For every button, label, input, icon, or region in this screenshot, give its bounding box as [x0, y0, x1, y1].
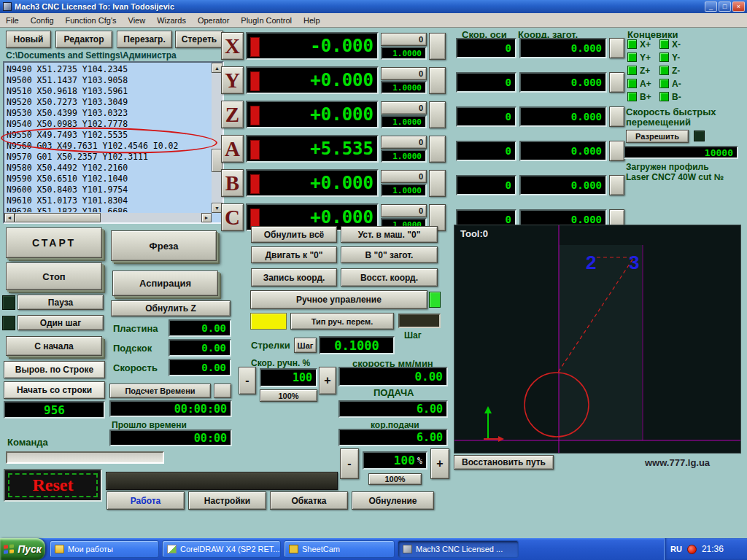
save-coords-button[interactable]: Запись коорд.: [251, 268, 337, 287]
maximize-button[interactable]: □: [719, 1, 731, 12]
manual-control-button[interactable]: Ручное управление: [250, 290, 427, 309]
axis-z-work-button[interactable]: [609, 106, 624, 127]
axis-z-aux-button[interactable]: [429, 101, 446, 128]
axis-x-work[interactable]: 0.000: [519, 38, 607, 58]
from-begin-button[interactable]: С начала: [6, 336, 102, 356]
menu-config[interactable]: Config: [25, 15, 60, 26]
start-menu-button[interactable]: Пуск: [0, 538, 45, 560]
axis-c-button[interactable]: C: [221, 203, 244, 231]
taskbar-item-coreldraw[interactable]: CorelDRAW X4 (SP2 RET...: [162, 540, 281, 558]
edit-file-button[interactable]: Редактор: [55, 31, 112, 48]
new-file-button[interactable]: Новый: [6, 31, 51, 48]
step-value-dro[interactable]: 0.1000: [319, 336, 395, 354]
tab-settings[interactable]: Настройки: [188, 491, 266, 510]
rapid-speed-dro[interactable]: 10000: [624, 146, 738, 159]
retract-dro[interactable]: 0.00: [169, 339, 231, 357]
axis-a-work[interactable]: 0.000: [519, 141, 607, 161]
axis-a-offset-button[interactable]: 0: [381, 136, 427, 149]
scroll-left-icon[interactable]: ◄: [4, 213, 15, 222]
axis-y-dro[interactable]: +0.000: [246, 66, 379, 94]
axis-z-offset-button[interactable]: 0: [381, 101, 427, 114]
jog-mode-button[interactable]: Тип руч. перем.: [290, 313, 394, 330]
language-indicator[interactable]: RU: [670, 545, 682, 553]
override-slider[interactable]: [106, 472, 338, 490]
feed-cor-dro[interactable]: 6.00: [338, 429, 448, 446]
tab-work[interactable]: Работа: [107, 491, 185, 510]
menu-operator[interactable]: Operator: [192, 15, 235, 26]
timer-button[interactable]: Подсчет Времени: [109, 384, 211, 398]
zero-all-button[interactable]: Обнулить всё: [251, 226, 337, 243]
axis-x-offset-button[interactable]: 0: [381, 33, 427, 46]
zero-z-button[interactable]: Обнулить Z: [111, 300, 231, 316]
axis-b-button[interactable]: B: [221, 169, 244, 197]
tab-trial[interactable]: Обкатка: [270, 491, 348, 510]
scroll-right-icon[interactable]: ►: [201, 213, 212, 222]
speed-dro[interactable]: 0.00: [169, 359, 231, 376]
axis-a-scale[interactable]: 1.0000: [381, 149, 427, 163]
single-step-button[interactable]: Один шаг: [18, 315, 104, 330]
axis-z-scale[interactable]: 1.0000: [381, 115, 427, 128]
fro-reset-button[interactable]: 100%: [368, 473, 422, 485]
axis-b-aux-button[interactable]: [429, 170, 446, 197]
mill-button[interactable]: Фреза: [111, 230, 217, 261]
jog-speed-minus-button[interactable]: -: [239, 367, 256, 394]
axis-x-scale[interactable]: 1.0000: [381, 47, 427, 60]
step-button[interactable]: Шаг: [294, 338, 317, 353]
axis-y-scale[interactable]: 1.0000: [381, 81, 427, 94]
jog-speed-reset-button[interactable]: 100%: [260, 389, 317, 402]
restore-path-button[interactable]: Восстановить путь: [454, 455, 554, 470]
vacuum-button[interactable]: Аспирация: [112, 271, 218, 296]
axis-y-aux-button[interactable]: [429, 67, 446, 94]
taskbar-item-sheetcam[interactable]: SheetCam: [284, 540, 395, 558]
axis-y-work[interactable]: 0.000: [519, 72, 607, 93]
axis-b-scale[interactable]: 1.0000: [381, 184, 427, 197]
toolpath-display[interactable]: 2 3 Tool:0: [454, 225, 741, 454]
axis-a-zero-led[interactable]: [250, 140, 260, 160]
menu-function-cfgs[interactable]: Function Cfg's: [60, 15, 123, 26]
taskbar-item-mach3[interactable]: Mach3 CNC Licensed ...: [398, 540, 519, 558]
menu-file[interactable]: File: [0, 15, 25, 26]
axis-y-button[interactable]: Y: [221, 66, 244, 94]
axis-z-dro[interactable]: +0.000: [246, 101, 379, 128]
reset-button[interactable]: Reset: [4, 469, 102, 502]
goto-zero-button[interactable]: Двигать к "0": [251, 246, 337, 263]
fro-minus-button[interactable]: -: [340, 448, 359, 479]
close-button[interactable]: ×: [732, 1, 745, 12]
taskbar-item-my-works[interactable]: Мои работы: [50, 540, 159, 558]
axis-y-offset-button[interactable]: 0: [381, 67, 427, 80]
from-line-button[interactable]: Начать со строки: [4, 381, 105, 399]
fro-dro[interactable]: 100%: [363, 451, 427, 470]
axis-a-work-button[interactable]: [609, 141, 624, 161]
jog-mode-indicator[interactable]: [250, 313, 287, 330]
axis-z-button[interactable]: Z: [221, 101, 244, 128]
axis-y-zero-led[interactable]: [250, 71, 260, 91]
axis-x-aux-button[interactable]: [429, 33, 446, 60]
gcode-list[interactable]: N9490 X51.2735 Y104.2345 N9500 X51.1437 …: [3, 61, 224, 224]
menu-wizards[interactable]: Wizards: [151, 15, 192, 26]
axis-x-work-button[interactable]: [609, 38, 624, 58]
feed-dro[interactable]: 6.00: [338, 400, 448, 418]
axis-b-offset-button[interactable]: 0: [381, 170, 427, 183]
pause-button[interactable]: Пауза: [18, 295, 104, 310]
jog-speed-plus-button[interactable]: +: [319, 367, 336, 394]
axis-x-button[interactable]: X: [221, 32, 244, 60]
timer-aux-button[interactable]: [214, 384, 231, 398]
axis-c-zero-led[interactable]: [250, 209, 260, 228]
reload-file-button[interactable]: Перезагр.: [117, 31, 172, 48]
plate-dro[interactable]: 0.00: [169, 319, 231, 337]
axis-z-work[interactable]: 0.000: [519, 106, 607, 127]
align-line-button[interactable]: Выров. по Строке: [4, 361, 105, 378]
gcode-hscrollbar[interactable]: ◄ ►: [4, 213, 212, 222]
line-number-dro[interactable]: 956: [4, 401, 105, 419]
tab-zeroing[interactable]: Обнуление: [352, 491, 434, 510]
start-button[interactable]: СТАРТ: [6, 228, 102, 258]
to-work-zero-button[interactable]: В "0" загот.: [341, 246, 438, 263]
minimize-button[interactable]: _: [705, 1, 717, 12]
axis-b-work[interactable]: 0.000: [519, 175, 607, 195]
rapid-enable-button[interactable]: Разрешить: [626, 130, 689, 143]
antivirus-tray-icon[interactable]: [687, 545, 697, 554]
restore-coords-button[interactable]: Восст. коорд.: [341, 268, 438, 287]
stop-button[interactable]: Стоп: [6, 262, 102, 290]
fro-plus-button[interactable]: +: [430, 448, 449, 479]
axis-z-zero-led[interactable]: [250, 106, 260, 125]
